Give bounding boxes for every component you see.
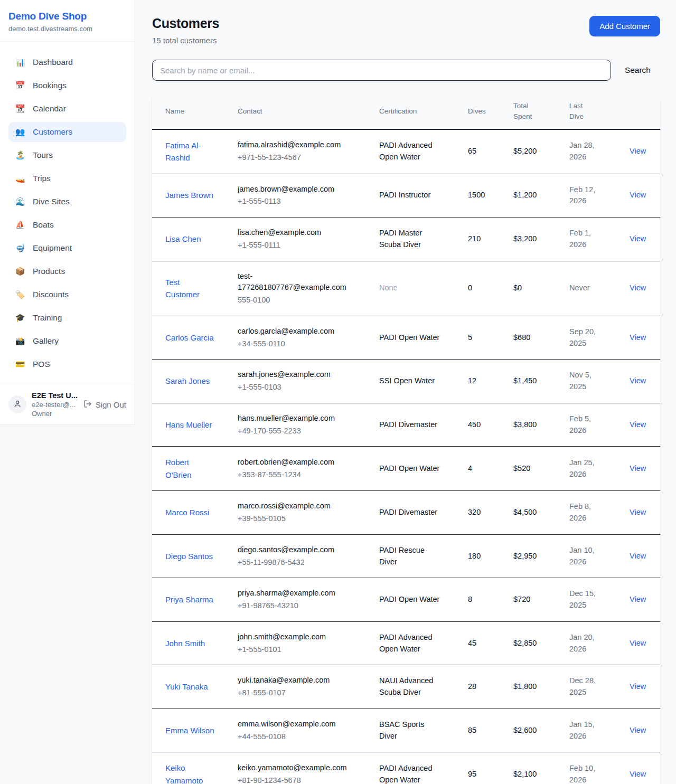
customer-total-spent: $3,800 xyxy=(507,403,563,447)
customer-certification: PADI Divemaster xyxy=(379,419,437,431)
customer-certification: PADI Advanced Open Water xyxy=(379,632,443,655)
view-link[interactable]: View xyxy=(630,552,646,560)
customer-name-link[interactable]: Marco Rossi xyxy=(165,506,209,518)
customer-certification: PADI Advanced Open Water xyxy=(379,763,443,784)
customer-phone: +39-555-0105 xyxy=(238,513,367,525)
user-name: E2E Test U... xyxy=(32,391,78,400)
customers-table-card: Name Contact Certification Dives Total S… xyxy=(152,95,660,784)
table-row: Lisa Chen lisa.chen@example.com +1-555-0… xyxy=(152,218,660,261)
view-link[interactable]: View xyxy=(630,682,646,691)
column-header-last-dive: Last Dive xyxy=(563,95,615,129)
customer-name-link[interactable]: Priya Sharma xyxy=(165,593,213,606)
customer-name-link[interactable]: Emma Wilson xyxy=(165,724,214,736)
customer-name-link[interactable]: Robert O'Brien xyxy=(165,456,216,481)
customer-certification: PADI Divemaster xyxy=(379,507,437,518)
customer-name-link[interactable]: Keiko Yamamoto xyxy=(165,762,216,784)
customer-dives: 95 xyxy=(462,752,507,784)
customer-name-link[interactable]: Fatima Al-Rashid xyxy=(165,139,216,164)
customer-email: sarah.jones@example.com xyxy=(238,369,331,381)
sidebar-item-customers[interactable]: 👥 Customers xyxy=(8,122,126,142)
view-link[interactable]: View xyxy=(630,508,646,516)
customer-name-link[interactable]: Hans Mueller xyxy=(165,419,212,431)
customer-total-spent: $2,950 xyxy=(507,534,563,578)
table-row: Marco Rossi marco.rossi@example.com +39-… xyxy=(152,491,660,535)
customer-last-dive: Jan 20, 2026 xyxy=(563,621,615,665)
customer-last-dive: Feb 12, 2026 xyxy=(563,174,615,218)
view-link[interactable]: View xyxy=(630,420,646,429)
sidebar: Demo Dive Shop demo.test.divestreams.com… xyxy=(0,0,135,425)
shop-domain: demo.test.divestreams.com xyxy=(8,25,126,33)
view-link[interactable]: View xyxy=(630,376,646,385)
customer-name-link[interactable]: Diego Santos xyxy=(165,550,213,562)
customer-count: 15 total customers xyxy=(152,36,219,45)
add-customer-button[interactable]: Add Customer xyxy=(589,16,660,36)
customer-dives: 320 xyxy=(462,491,507,535)
table-row: Priya Sharma priya.sharma@example.com +9… xyxy=(152,578,660,622)
view-link[interactable]: View xyxy=(630,464,646,473)
customer-certification: PADI Open Water xyxy=(379,463,439,475)
sidebar-item-boats[interactable]: ⛵ Boats xyxy=(8,215,126,235)
column-header-contact: Contact xyxy=(231,95,373,129)
customer-email: hans.mueller@example.com xyxy=(238,413,335,424)
sidebar-item-dashboard[interactable]: 📊 Dashboard xyxy=(8,52,126,72)
customer-email: test-1772681807767@example.com xyxy=(238,271,350,294)
column-header-total-spent: Total Spent xyxy=(507,95,563,129)
sidebar-item-tours[interactable]: 🏝️ Tours xyxy=(8,145,126,165)
page-title: Customers xyxy=(152,16,219,31)
customer-phone: +34-555-0110 xyxy=(238,338,367,350)
customer-last-dive: Sep 20, 2025 xyxy=(563,316,615,360)
customer-email: marco.rossi@example.com xyxy=(238,500,331,512)
view-link[interactable]: View xyxy=(630,147,646,155)
sign-out-button[interactable]: Sign Out xyxy=(83,400,126,410)
customer-last-dive: Jan 25, 2026 xyxy=(563,447,615,491)
customer-email: robert.obrien@example.com xyxy=(238,457,334,468)
customer-phone: +55-11-99876-5432 xyxy=(238,557,367,569)
customer-name-link[interactable]: Test Customer xyxy=(165,276,216,301)
view-link[interactable]: View xyxy=(630,595,646,603)
customer-total-spent: $2,100 xyxy=(507,752,563,784)
column-header-dives: Dives xyxy=(462,95,507,129)
customer-certification: PADI Open Water xyxy=(379,594,439,606)
view-link[interactable]: View xyxy=(630,234,646,243)
credit-card-icon: 💳 xyxy=(15,358,25,370)
view-link[interactable]: View xyxy=(630,333,646,342)
customer-total-spent: $1,450 xyxy=(507,360,563,403)
sidebar-item-gallery[interactable]: 📸 Gallery xyxy=(8,331,126,351)
table-row: Hans Mueller hans.mueller@example.com +4… xyxy=(152,403,660,447)
customer-phone: +1-555-0111 xyxy=(238,240,367,251)
customer-name-link[interactable]: Carlos Garcia xyxy=(165,332,214,344)
sidebar-item-bookings[interactable]: 📅 Bookings xyxy=(8,75,126,96)
customer-dives: 210 xyxy=(462,218,507,261)
view-link[interactable]: View xyxy=(630,770,646,778)
customer-name-link[interactable]: Yuki Tanaka xyxy=(165,681,208,693)
view-link[interactable]: View xyxy=(630,726,646,734)
view-link[interactable]: View xyxy=(630,639,646,647)
view-link[interactable]: View xyxy=(630,191,646,199)
sidebar-item-trips[interactable]: 🚤 Trips xyxy=(8,168,126,188)
customer-email: james.brown@example.com xyxy=(238,184,334,195)
customer-name-link[interactable]: John Smith xyxy=(165,637,205,649)
customer-email: john.smith@example.com xyxy=(238,631,326,643)
sidebar-item-equipment[interactable]: 🤿 Equipment xyxy=(8,238,126,258)
wave-icon: 🌊 xyxy=(15,196,25,207)
customer-certification: PADI Rescue Diver xyxy=(379,545,443,568)
table-row: James Brown james.brown@example.com +1-5… xyxy=(152,174,660,218)
sidebar-item-discounts[interactable]: 🏷️ Discounts xyxy=(8,285,126,305)
package-icon: 📦 xyxy=(15,266,25,277)
customer-name-link[interactable]: James Brown xyxy=(165,189,213,201)
customer-name-link[interactable]: Sarah Jones xyxy=(165,375,210,387)
sidebar-item-calendar[interactable]: 📆 Calendar xyxy=(8,99,126,119)
sidebar-item-products[interactable]: 📦 Products xyxy=(8,261,126,281)
sidebar-item-pos[interactable]: 💳 POS xyxy=(8,354,126,374)
sidebar-item-dive-sites[interactable]: 🌊 Dive Sites xyxy=(8,192,126,212)
page-header-text: Customers 15 total customers xyxy=(152,16,219,45)
column-header-name: Name xyxy=(152,95,231,129)
search-button[interactable]: Search xyxy=(611,65,660,75)
customer-certification: PADI Open Water xyxy=(379,332,439,344)
search-input[interactable] xyxy=(152,60,611,81)
sidebar-item-training[interactable]: 🎓 Training xyxy=(8,308,126,328)
customer-name-link[interactable]: Lisa Chen xyxy=(165,233,201,245)
customer-dives: 12 xyxy=(462,360,507,403)
customer-last-dive: Feb 10, 2026 xyxy=(563,752,615,784)
view-link[interactable]: View xyxy=(630,284,646,292)
